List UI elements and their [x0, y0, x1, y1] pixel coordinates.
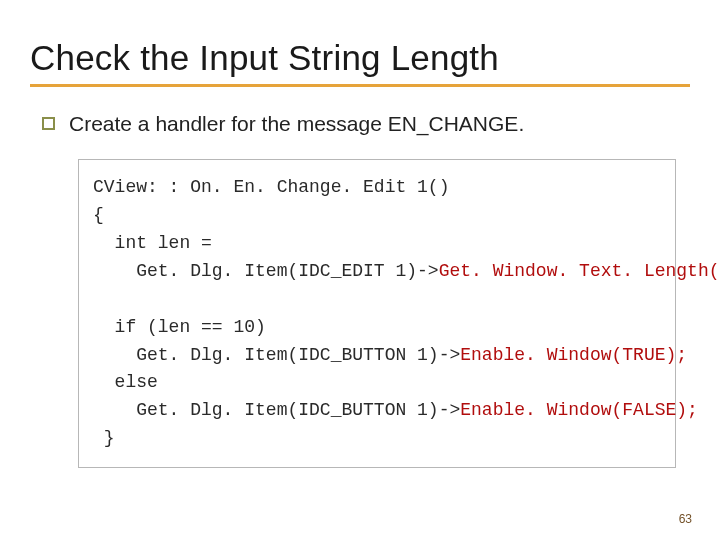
page-number: 63	[679, 512, 692, 526]
code-line: if (len == 10)	[93, 317, 266, 337]
code-line: int len =	[93, 233, 212, 253]
code-highlight: Enable. Window(FALSE);	[460, 400, 698, 420]
page-title: Check the Input String Length	[30, 38, 690, 78]
code-line: CView: : On. En. Change. Edit 1()	[93, 177, 449, 197]
bullet-item: Create a handler for the message EN_CHAN…	[42, 111, 690, 137]
bullet-square-icon	[42, 117, 55, 130]
slide: Check the Input String Length Create a h…	[0, 0, 720, 540]
title-underline	[30, 84, 690, 87]
bullet-text: Create a handler for the message EN_CHAN…	[69, 111, 524, 137]
code-line: Get. Dlg. Item(IDC_BUTTON 1)->	[93, 345, 460, 365]
code-content: CView: : On. En. Change. Edit 1() { int …	[93, 174, 661, 453]
code-block: CView: : On. En. Change. Edit 1() { int …	[78, 159, 676, 468]
code-highlight: Get. Window. Text. Length();	[439, 261, 720, 281]
code-line: Get. Dlg. Item(IDC_BUTTON 1)->	[93, 400, 460, 420]
code-highlight: Enable. Window(TRUE);	[460, 345, 687, 365]
code-line: Get. Dlg. Item(IDC_EDIT 1)->	[93, 261, 439, 281]
code-line: }	[93, 428, 115, 448]
code-line: {	[93, 205, 104, 225]
code-line: else	[93, 372, 158, 392]
